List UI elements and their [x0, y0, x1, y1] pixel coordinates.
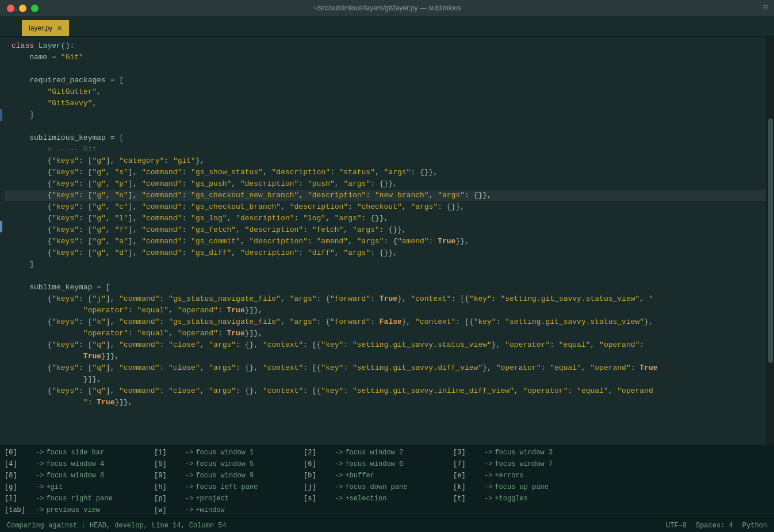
- prev-tab-icon[interactable]: ‹: [6, 6, 10, 14]
- kb-action: focus window 2: [345, 447, 403, 458]
- kb-item: [s] -> +selection: [304, 493, 453, 504]
- kb-item: [2] -> focus window 2: [304, 447, 453, 458]
- kb-item: [tab] -> previous view: [5, 504, 154, 516]
- minimize-button[interactable]: [19, 5, 26, 12]
- tab-close-button[interactable]: ✕: [57, 25, 62, 32]
- kb-item: [7] -> focus window 7: [453, 458, 603, 470]
- kb-arrow: ->: [36, 447, 44, 458]
- kb-action: focus up pane: [495, 481, 549, 493]
- kb-row-1: [4] -> focus window 4 [5] -> focus windo…: [5, 458, 769, 470]
- kb-row-4: [l] -> focus right pane [p] -> +project …: [5, 493, 769, 504]
- left-diff-marker: [0, 221, 2, 232]
- menu-icon[interactable]: ≡: [762, 3, 768, 13]
- kb-arrow: ->: [185, 470, 193, 481]
- code-line: sublime_keymap = [: [5, 282, 766, 293]
- kb-arrow: ->: [185, 481, 193, 493]
- kb-item: [9] -> focus window 9: [154, 470, 304, 481]
- kb-arrow: ->: [335, 481, 343, 493]
- code-line: "GitSavvy",: [5, 98, 766, 109]
- kb-key: [3]: [453, 447, 482, 458]
- status-right: UTF-8 Spaces: 4 Python: [666, 522, 767, 530]
- status-spaces: Spaces: 4: [696, 522, 733, 530]
- kb-item: [453, 504, 603, 516]
- kb-action: +toggles: [495, 493, 528, 504]
- code-line: [5, 270, 766, 282]
- kb-arrow: ->: [484, 470, 492, 481]
- kb-arrow: ->: [185, 458, 193, 470]
- kb-arrow: ->: [36, 458, 44, 470]
- kb-key: [g]: [5, 481, 33, 493]
- kb-arrow: ->: [484, 481, 492, 493]
- next-tab-icon[interactable]: ›: [14, 6, 18, 14]
- tab-layer-py[interactable]: layer.py ✕: [22, 20, 69, 36]
- kb-key: [5]: [154, 458, 183, 470]
- code-line: {"keys": ["g", "a"], "command": "gs_comm…: [5, 236, 766, 247]
- kb-key: [7]: [453, 458, 482, 470]
- status-syntax: Python: [742, 522, 767, 530]
- code-line: {"keys": ["g", "p"], "command": "gs_push…: [5, 178, 766, 190]
- kb-arrow: ->: [36, 481, 44, 493]
- kb-item: [0] -> focus side bar: [5, 447, 154, 458]
- kb-arrow: ->: [185, 493, 193, 504]
- kb-action: focus window 5: [196, 458, 254, 470]
- code-line: [5, 63, 766, 75]
- kb-key: [tab]: [5, 504, 33, 516]
- kb-key: [4]: [5, 458, 33, 470]
- kb-arrow: ->: [185, 504, 193, 516]
- kb-item: [l] -> focus right pane: [5, 493, 154, 504]
- kb-key: [8]: [5, 470, 33, 481]
- code-line: ]: [5, 259, 766, 270]
- kb-key: [k]: [453, 481, 482, 493]
- kb-item: [h] -> focus left pane: [154, 481, 304, 493]
- code-line: sublimious_keymap = [: [5, 132, 766, 144]
- kb-item: [g] -> +git: [5, 481, 154, 493]
- code-line: {"keys": ["g", "c"], "command": "gs_chec…: [5, 201, 766, 213]
- kb-key: [p]: [154, 493, 183, 504]
- kb-item: [4] -> focus window 4: [5, 458, 154, 470]
- tabbar: ‹ › layer.py ✕: [0, 16, 774, 37]
- maximize-button[interactable]: [31, 5, 39, 12]
- kb-action: +project: [196, 493, 229, 504]
- kb-action: focus right pane: [46, 493, 112, 504]
- kb-arrow: ->: [36, 504, 44, 516]
- code-line: [5, 121, 766, 132]
- code-line: required_packages = [: [5, 75, 766, 86]
- kb-item: [p] -> +project: [154, 493, 304, 504]
- statusbar: Comparing against : HEAD, develop, Line …: [0, 518, 774, 532]
- kb-item: [304, 504, 453, 516]
- kb-action: focus window 6: [345, 458, 403, 470]
- code-line: # ----- Git: [5, 144, 766, 155]
- kb-action: focus window 3: [495, 447, 553, 458]
- kb-row-0: [0] -> focus side bar [1] -> focus windo…: [5, 447, 769, 458]
- kb-row-3: [g] -> +git [h] -> focus left pane [j] -…: [5, 481, 769, 493]
- kb-action: +buffer: [345, 470, 374, 481]
- kb-item: [3] -> focus window 3: [453, 447, 603, 458]
- editor-area: class Layer(): name = "Git" required_pac…: [0, 37, 774, 445]
- kb-item: [1] -> focus window 1: [154, 447, 304, 458]
- kb-key: [9]: [154, 470, 183, 481]
- editor-content[interactable]: class Layer(): name = "Git" required_pac…: [5, 37, 766, 445]
- code-line: "operator": "equal", "operand": True}]},: [5, 305, 766, 316]
- kb-item: [w] -> +window: [154, 504, 304, 516]
- kb-arrow: ->: [335, 447, 343, 458]
- kb-key: [b]: [304, 470, 332, 481]
- code-line: {"keys": ["q"], "command": "close", "arg…: [5, 362, 766, 374]
- code-line: {"keys": ["k"], "command": "gs_status_na…: [5, 316, 766, 328]
- kb-key: [e]: [453, 470, 482, 481]
- kb-key: [t]: [453, 493, 482, 504]
- code-line: {"keys": ["q"], "command": "close", "arg…: [5, 339, 766, 351]
- status-encoding: UTF-8: [666, 522, 687, 530]
- keybindings-panel: [0] -> focus side bar [1] -> focus windo…: [0, 445, 774, 518]
- code-line: {"keys": ["q"], "command": "close", "arg…: [5, 385, 766, 397]
- kb-row-2: [8] -> focus window 8 [9] -> focus windo…: [5, 470, 769, 481]
- window-title: ~/src/sublimious/layers/git/layer.py — s…: [313, 4, 461, 12]
- gutter-mark: [0, 109, 2, 121]
- kb-key: [w]: [154, 504, 183, 516]
- code-line: ]: [5, 109, 766, 121]
- kb-action: focus down pane: [345, 481, 407, 493]
- kb-key: [l]: [5, 493, 33, 504]
- scrollbar[interactable]: [766, 37, 774, 445]
- kb-arrow: ->: [484, 458, 492, 470]
- scrollbar-thumb[interactable]: [768, 118, 773, 363]
- code-block: class Layer(): name = "Git" required_pac…: [5, 37, 766, 445]
